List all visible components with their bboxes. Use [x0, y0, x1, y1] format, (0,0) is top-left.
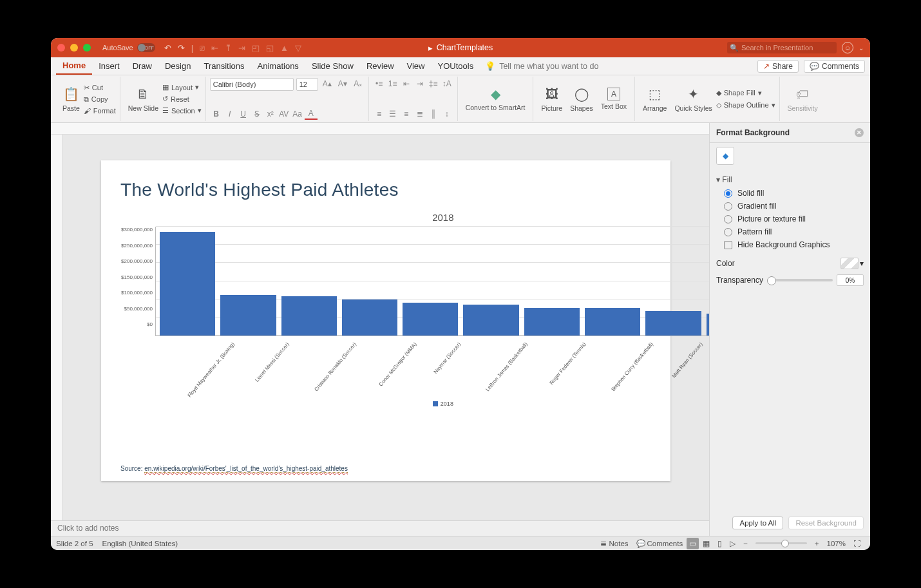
language-indicator[interactable]: English (United States) — [102, 540, 178, 547]
strike-icon[interactable]: S̶ — [251, 108, 263, 120]
textbox-button[interactable]: AText Box — [597, 86, 631, 111]
solid-fill-radio[interactable]: Solid fill — [716, 187, 864, 200]
gradient-fill-radio[interactable]: Gradient fill — [716, 200, 864, 213]
notes-toggle[interactable]: ≣ Notes — [596, 539, 632, 548]
reading-view-icon[interactable]: ▯ — [714, 539, 726, 548]
chart[interactable]: 2018$300,000,000$250,000,000$200,000,000… — [120, 212, 709, 465]
bold-icon[interactable]: B — [210, 108, 223, 120]
clear-format-icon[interactable]: Aₓ — [352, 78, 365, 90]
apply-to-all-button[interactable]: Apply to All — [732, 517, 783, 529]
minimize-window-icon[interactable] — [70, 44, 78, 52]
tab-transitions[interactable]: Transitions — [197, 57, 251, 75]
case-icon[interactable]: Aa — [291, 108, 304, 120]
close-pane-icon[interactable]: ✕ — [855, 128, 864, 137]
tab-youtools[interactable]: YOUtools — [432, 57, 480, 75]
format-painter-button[interactable]: 🖌Format — [84, 106, 116, 115]
italic-icon[interactable]: I — [223, 108, 236, 120]
outdent-icon[interactable]: ⇤ — [400, 78, 413, 90]
paste-button[interactable]: 📋Paste — [59, 84, 84, 113]
zoom-slider[interactable] — [755, 542, 807, 544]
picture-fill-radio[interactable]: Picture or texture fill — [716, 213, 864, 225]
qat-icon[interactable]: ▲ — [280, 43, 289, 53]
source-link[interactable]: en.wikipedia.org/wiki/Forbes'_list_of_th… — [144, 465, 348, 473]
cut-button[interactable]: ✂Cut — [84, 83, 116, 93]
slide-title[interactable]: The World's Highest Paid Athletes — [120, 180, 651, 200]
search-input[interactable]: 🔍 Search in Presentation — [727, 42, 837, 53]
comments-button[interactable]: 💬Comments — [804, 60, 865, 73]
font-name-select[interactable]: Calibri (Body) — [210, 78, 294, 91]
notes-pane[interactable]: Click to add notes — [51, 520, 709, 536]
close-window-icon[interactable] — [57, 44, 65, 52]
slide-stage[interactable]: The World's Highest Paid Athletes 2018$3… — [62, 135, 709, 520]
fill-section-header[interactable]: ▾ Fill — [716, 173, 864, 187]
tab-home[interactable]: Home — [56, 57, 92, 75]
tab-review[interactable]: Review — [360, 57, 401, 75]
font-size-select[interactable]: 12 — [296, 78, 318, 91]
share-button[interactable]: ↗Share — [757, 60, 799, 73]
quick-styles-button[interactable]: ✦Quick Styles — [670, 84, 716, 113]
zoom-value[interactable]: 107% — [823, 540, 850, 547]
align-left-icon[interactable]: ≡ — [373, 108, 386, 120]
shape-fill-button[interactable]: ◆Shape Fill▾ — [716, 88, 775, 98]
tab-design[interactable]: Design — [158, 57, 197, 75]
slide[interactable]: The World's Highest Paid Athletes 2018$3… — [101, 160, 670, 481]
qat-icon[interactable]: ◱ — [266, 43, 274, 53]
grow-font-icon[interactable]: A▴ — [321, 78, 334, 90]
qat-icon[interactable]: ⤒ — [225, 43, 232, 53]
comments-toggle[interactable]: 💬 Comments — [632, 539, 687, 548]
tab-insert[interactable]: Insert — [92, 57, 126, 75]
tab-view[interactable]: View — [401, 57, 432, 75]
qat-icon[interactable]: ⇥ — [238, 43, 245, 53]
justify-icon[interactable]: ≣ — [413, 108, 426, 120]
tab-animations[interactable]: Animations — [251, 57, 305, 75]
layout-button[interactable]: ▦Layout▾ — [162, 82, 202, 92]
shapes-button[interactable]: ◯Shapes — [566, 84, 597, 113]
new-slide-button[interactable]: 🗎New Slide — [124, 84, 162, 113]
transparency-value[interactable]: 0% — [837, 274, 864, 286]
underline-icon[interactable]: U — [237, 108, 250, 120]
qat-icon[interactable]: ◰ — [252, 43, 260, 53]
line-spacing-icon[interactable]: ‡≡ — [427, 78, 440, 90]
font-color-icon[interactable]: A — [305, 108, 318, 120]
indent-icon[interactable]: ⇥ — [413, 78, 426, 90]
convert-smartart-button[interactable]: ◆Convert to SmartArt — [462, 84, 529, 113]
shape-outline-button[interactable]: ◇Shape Outline▾ — [716, 100, 775, 110]
qat-icon[interactable]: ▽ — [295, 43, 301, 53]
sensitivity-button[interactable]: 🏷Sensitivity — [784, 84, 822, 113]
pattern-fill-radio[interactable]: Pattern fill — [716, 225, 864, 238]
transparency-slider[interactable] — [767, 279, 833, 281]
qat-icon[interactable]: ⇤ — [211, 43, 218, 53]
source-text[interactable]: Source: en.wikipedia.org/wiki/Forbes'_li… — [120, 465, 651, 472]
numbering-icon[interactable]: 1≡ — [386, 78, 399, 90]
highlight-icon[interactable]: AV — [278, 108, 290, 120]
picture-button[interactable]: 🖼Picture — [537, 84, 566, 113]
fit-window-icon[interactable]: ⛶ — [850, 540, 865, 547]
shrink-font-icon[interactable]: A▾ — [336, 78, 349, 90]
align-right-icon[interactable]: ≡ — [400, 108, 413, 120]
slideshow-view-icon[interactable]: ▷ — [726, 539, 739, 548]
zoom-in-icon[interactable]: + — [811, 540, 823, 547]
copy-button[interactable]: ⧉Copy — [84, 95, 116, 104]
account-icon[interactable]: ☺ — [842, 42, 853, 53]
redo-icon[interactable]: ↷ — [178, 43, 185, 53]
reset-button[interactable]: ↺Reset — [162, 94, 202, 104]
section-button[interactable]: ☰Section▾ — [162, 106, 202, 115]
autosave-toggle[interactable]: AutoSave OFF — [102, 43, 155, 52]
normal-view-icon[interactable]: ▭ — [687, 538, 699, 549]
tell-me-input[interactable]: Tell me what you want to do — [499, 62, 598, 71]
arrange-button[interactable]: ⬚Arrange — [639, 84, 670, 113]
tab-draw[interactable]: Draw — [126, 57, 158, 75]
align-text-icon[interactable]: ↕ — [441, 108, 453, 120]
color-picker-button[interactable]: ▾ — [840, 258, 864, 269]
bullets-icon[interactable]: •≡ — [373, 78, 386, 90]
fullscreen-window-icon[interactable] — [83, 44, 91, 52]
tab-slideshow[interactable]: Slide Show — [305, 57, 360, 75]
columns-icon[interactable]: ║ — [427, 108, 440, 120]
chevron-down-icon[interactable]: ⌄ — [859, 44, 864, 52]
qat-icon[interactable]: ⎚ — [200, 43, 205, 53]
fill-tab-icon[interactable]: ◆ — [716, 147, 734, 165]
zoom-out-icon[interactable]: − — [739, 540, 752, 547]
sorter-view-icon[interactable]: ▦ — [699, 539, 714, 548]
text-direction-icon[interactable]: ↕A — [441, 78, 453, 90]
hide-bg-checkbox[interactable]: Hide Background Graphics — [716, 238, 864, 251]
